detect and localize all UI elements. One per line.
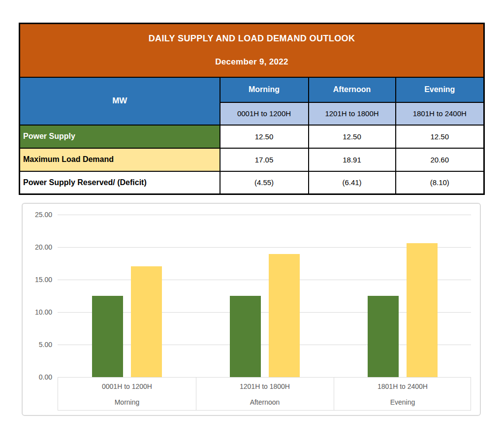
table-row-max-load-demand: Maximum Load Demand 17.05 18.91 20.60 [20, 148, 484, 171]
y-axis-tick-label: 20.00 [27, 243, 52, 252]
x-axis-period-label: Afternoon [196, 398, 334, 406]
bar-maximum-load-demand-evening [407, 243, 438, 377]
x-axis-category-box: 0001H to 1200HMorning1201H to 1800HAfter… [58, 377, 471, 411]
time-header-afternoon: 1201H to 1800H [309, 102, 396, 125]
value-reserved-afternoon: (6.41) [309, 171, 396, 194]
table-title-row: DAILY SUPPLY AND LOAD DEMAND OUTLOOK Dec… [20, 24, 484, 77]
x-axis-period-label: Evening [334, 398, 472, 406]
value-power-supply-evening: 12.50 [396, 125, 484, 148]
x-axis-time-label: 0001H to 1200H [58, 382, 196, 390]
y-axis-tick-label: 15.00 [27, 275, 52, 284]
bar-power-supply-afternoon [230, 296, 261, 377]
value-max-load-evening: 20.60 [396, 148, 484, 171]
y-axis-tick-label: 0.00 [27, 373, 52, 381]
time-header-evening: 1801H to 2400H [396, 102, 484, 125]
y-axis-tick-label: 25.00 [27, 210, 52, 219]
value-power-supply-morning: 12.50 [220, 125, 309, 148]
value-reserved-evening: (8.10) [396, 171, 484, 194]
x-axis-period-label: Morning [58, 398, 196, 406]
row-label-power-supply: Power Supply [20, 125, 220, 148]
table-date: December 9, 2022 [20, 57, 483, 67]
period-header-evening: Evening [396, 77, 484, 102]
period-header-morning: Morning [220, 77, 309, 102]
value-power-supply-afternoon: 12.50 [309, 125, 396, 148]
table-title: DAILY SUPPLY AND LOAD DEMAND OUTLOOK [20, 33, 483, 44]
value-max-load-morning: 17.05 [220, 148, 309, 171]
supply-demand-table: DAILY SUPPLY AND LOAD DEMAND OUTLOOK Dec… [19, 23, 485, 195]
table-title-cell: DAILY SUPPLY AND LOAD DEMAND OUTLOOK Dec… [20, 24, 484, 77]
row-label-reserved-deficit: Power Supply Reserved/ (Deficit) [20, 171, 220, 194]
row-label-max-load-demand: Maximum Load Demand [20, 148, 220, 171]
x-axis-time-label: 1801H to 2400H [334, 382, 472, 390]
bar-power-supply-evening [368, 296, 399, 377]
value-max-load-afternoon: 18.91 [309, 148, 396, 171]
table-row-power-supply: Power Supply 12.50 12.50 12.50 [20, 125, 484, 148]
x-axis-time-label: 1201H to 1800H [196, 382, 334, 390]
bar-maximum-load-demand-morning [131, 266, 162, 377]
chart-gridline [58, 215, 471, 215]
table-row-reserved-deficit: Power Supply Reserved/ (Deficit) (4.55) … [20, 171, 484, 194]
demand-chart: 0.005.0010.0015.0020.0025.000001H to 120… [22, 203, 481, 416]
y-axis-tick-label: 10.00 [27, 308, 52, 317]
unit-header-cell: MW [20, 77, 220, 125]
report-sheet: DAILY SUPPLY AND LOAD DEMAND OUTLOOK Dec… [0, 0, 504, 445]
y-axis-tick-label: 5.00 [27, 340, 52, 349]
bar-maximum-load-demand-afternoon [269, 254, 300, 377]
period-header-row: MW Morning Afternoon Evening [20, 77, 484, 102]
period-header-afternoon: Afternoon [309, 77, 396, 102]
time-header-morning: 0001H to 1200H [220, 102, 309, 125]
value-reserved-morning: (4.55) [220, 171, 309, 194]
bar-power-supply-morning [92, 296, 123, 377]
